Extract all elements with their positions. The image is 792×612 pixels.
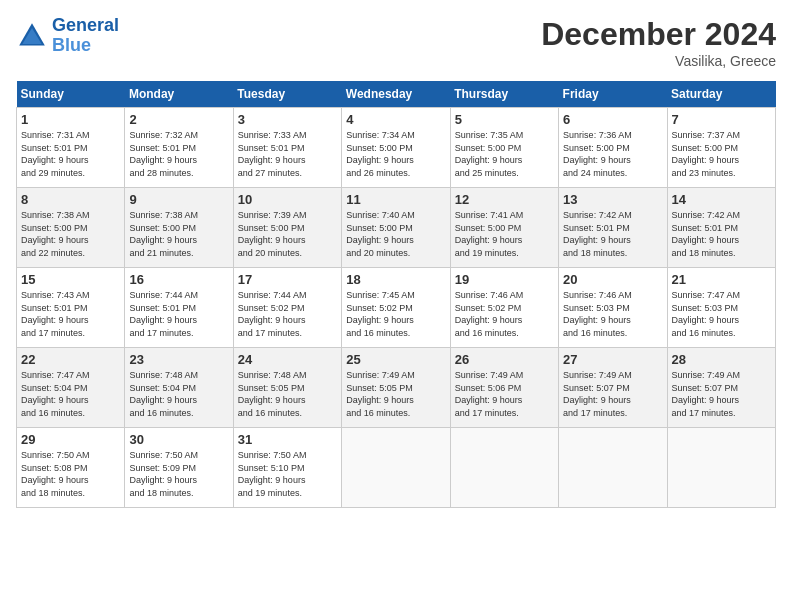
day-info: Sunrise: 7:50 AM Sunset: 5:08 PM Dayligh…: [21, 449, 120, 499]
calendar-cell: 24Sunrise: 7:48 AM Sunset: 5:05 PM Dayli…: [233, 348, 341, 428]
day-info: Sunrise: 7:49 AM Sunset: 5:07 PM Dayligh…: [672, 369, 771, 419]
day-info: Sunrise: 7:36 AM Sunset: 5:00 PM Dayligh…: [563, 129, 662, 179]
calendar-week-row: 8Sunrise: 7:38 AM Sunset: 5:00 PM Daylig…: [17, 188, 776, 268]
day-number: 22: [21, 352, 120, 367]
calendar-cell: 10Sunrise: 7:39 AM Sunset: 5:00 PM Dayli…: [233, 188, 341, 268]
day-info: Sunrise: 7:44 AM Sunset: 5:02 PM Dayligh…: [238, 289, 337, 339]
day-number: 8: [21, 192, 120, 207]
day-number: 14: [672, 192, 771, 207]
day-number: 15: [21, 272, 120, 287]
day-info: Sunrise: 7:33 AM Sunset: 5:01 PM Dayligh…: [238, 129, 337, 179]
page-header: General Blue December 2024 Vasilika, Gre…: [16, 16, 776, 69]
day-info: Sunrise: 7:44 AM Sunset: 5:01 PM Dayligh…: [129, 289, 228, 339]
day-number: 9: [129, 192, 228, 207]
day-number: 17: [238, 272, 337, 287]
day-info: Sunrise: 7:45 AM Sunset: 5:02 PM Dayligh…: [346, 289, 445, 339]
title-block: December 2024 Vasilika, Greece: [541, 16, 776, 69]
day-info: Sunrise: 7:37 AM Sunset: 5:00 PM Dayligh…: [672, 129, 771, 179]
calendar-cell: 21Sunrise: 7:47 AM Sunset: 5:03 PM Dayli…: [667, 268, 775, 348]
day-number: 18: [346, 272, 445, 287]
day-info: Sunrise: 7:46 AM Sunset: 5:03 PM Dayligh…: [563, 289, 662, 339]
calendar-cell: 30Sunrise: 7:50 AM Sunset: 5:09 PM Dayli…: [125, 428, 233, 508]
day-number: 16: [129, 272, 228, 287]
day-number: 24: [238, 352, 337, 367]
calendar-cell: 17Sunrise: 7:44 AM Sunset: 5:02 PM Dayli…: [233, 268, 341, 348]
day-info: Sunrise: 7:39 AM Sunset: 5:00 PM Dayligh…: [238, 209, 337, 259]
day-info: Sunrise: 7:32 AM Sunset: 5:01 PM Dayligh…: [129, 129, 228, 179]
calendar-cell: 11Sunrise: 7:40 AM Sunset: 5:00 PM Dayli…: [342, 188, 450, 268]
calendar-cell: 27Sunrise: 7:49 AM Sunset: 5:07 PM Dayli…: [559, 348, 667, 428]
day-number: 2: [129, 112, 228, 127]
calendar-cell: 16Sunrise: 7:44 AM Sunset: 5:01 PM Dayli…: [125, 268, 233, 348]
calendar-cell: 3Sunrise: 7:33 AM Sunset: 5:01 PM Daylig…: [233, 108, 341, 188]
logo-text: General Blue: [52, 16, 119, 56]
day-number: 29: [21, 432, 120, 447]
day-number: 10: [238, 192, 337, 207]
calendar-cell: 4Sunrise: 7:34 AM Sunset: 5:00 PM Daylig…: [342, 108, 450, 188]
calendar-week-row: 22Sunrise: 7:47 AM Sunset: 5:04 PM Dayli…: [17, 348, 776, 428]
calendar-cell: 8Sunrise: 7:38 AM Sunset: 5:00 PM Daylig…: [17, 188, 125, 268]
day-info: Sunrise: 7:38 AM Sunset: 5:00 PM Dayligh…: [21, 209, 120, 259]
weekday-header: Sunday: [17, 81, 125, 108]
calendar-cell: 6Sunrise: 7:36 AM Sunset: 5:00 PM Daylig…: [559, 108, 667, 188]
calendar-cell: 5Sunrise: 7:35 AM Sunset: 5:00 PM Daylig…: [450, 108, 558, 188]
calendar-cell: 29Sunrise: 7:50 AM Sunset: 5:08 PM Dayli…: [17, 428, 125, 508]
weekday-header: Tuesday: [233, 81, 341, 108]
day-number: 13: [563, 192, 662, 207]
day-number: 11: [346, 192, 445, 207]
calendar-week-row: 29Sunrise: 7:50 AM Sunset: 5:08 PM Dayli…: [17, 428, 776, 508]
calendar-header-row: SundayMondayTuesdayWednesdayThursdayFrid…: [17, 81, 776, 108]
day-number: 4: [346, 112, 445, 127]
day-info: Sunrise: 7:47 AM Sunset: 5:04 PM Dayligh…: [21, 369, 120, 419]
calendar-cell: [342, 428, 450, 508]
day-number: 1: [21, 112, 120, 127]
day-number: 6: [563, 112, 662, 127]
day-info: Sunrise: 7:31 AM Sunset: 5:01 PM Dayligh…: [21, 129, 120, 179]
calendar-cell: 2Sunrise: 7:32 AM Sunset: 5:01 PM Daylig…: [125, 108, 233, 188]
calendar-cell: 23Sunrise: 7:48 AM Sunset: 5:04 PM Dayli…: [125, 348, 233, 428]
day-number: 26: [455, 352, 554, 367]
calendar-cell: 31Sunrise: 7:50 AM Sunset: 5:10 PM Dayli…: [233, 428, 341, 508]
logo: General Blue: [16, 16, 119, 56]
day-info: Sunrise: 7:34 AM Sunset: 5:00 PM Dayligh…: [346, 129, 445, 179]
location-subtitle: Vasilika, Greece: [541, 53, 776, 69]
day-info: Sunrise: 7:49 AM Sunset: 5:05 PM Dayligh…: [346, 369, 445, 419]
calendar-cell: 20Sunrise: 7:46 AM Sunset: 5:03 PM Dayli…: [559, 268, 667, 348]
weekday-header: Monday: [125, 81, 233, 108]
day-number: 3: [238, 112, 337, 127]
day-number: 23: [129, 352, 228, 367]
day-number: 25: [346, 352, 445, 367]
day-info: Sunrise: 7:35 AM Sunset: 5:00 PM Dayligh…: [455, 129, 554, 179]
day-info: Sunrise: 7:40 AM Sunset: 5:00 PM Dayligh…: [346, 209, 445, 259]
day-info: Sunrise: 7:48 AM Sunset: 5:04 PM Dayligh…: [129, 369, 228, 419]
weekday-header: Thursday: [450, 81, 558, 108]
day-info: Sunrise: 7:46 AM Sunset: 5:02 PM Dayligh…: [455, 289, 554, 339]
day-info: Sunrise: 7:48 AM Sunset: 5:05 PM Dayligh…: [238, 369, 337, 419]
calendar-cell: [667, 428, 775, 508]
weekday-header: Wednesday: [342, 81, 450, 108]
calendar-cell: 28Sunrise: 7:49 AM Sunset: 5:07 PM Dayli…: [667, 348, 775, 428]
day-info: Sunrise: 7:42 AM Sunset: 5:01 PM Dayligh…: [672, 209, 771, 259]
day-number: 21: [672, 272, 771, 287]
day-info: Sunrise: 7:49 AM Sunset: 5:07 PM Dayligh…: [563, 369, 662, 419]
calendar-body: 1Sunrise: 7:31 AM Sunset: 5:01 PM Daylig…: [17, 108, 776, 508]
day-info: Sunrise: 7:42 AM Sunset: 5:01 PM Dayligh…: [563, 209, 662, 259]
day-number: 20: [563, 272, 662, 287]
calendar-cell: 19Sunrise: 7:46 AM Sunset: 5:02 PM Dayli…: [450, 268, 558, 348]
day-number: 30: [129, 432, 228, 447]
day-number: 7: [672, 112, 771, 127]
day-info: Sunrise: 7:38 AM Sunset: 5:00 PM Dayligh…: [129, 209, 228, 259]
day-info: Sunrise: 7:49 AM Sunset: 5:06 PM Dayligh…: [455, 369, 554, 419]
calendar-cell: 1Sunrise: 7:31 AM Sunset: 5:01 PM Daylig…: [17, 108, 125, 188]
calendar-week-row: 1Sunrise: 7:31 AM Sunset: 5:01 PM Daylig…: [17, 108, 776, 188]
day-info: Sunrise: 7:50 AM Sunset: 5:09 PM Dayligh…: [129, 449, 228, 499]
day-number: 12: [455, 192, 554, 207]
logo-icon: [16, 20, 48, 52]
calendar-cell: 9Sunrise: 7:38 AM Sunset: 5:00 PM Daylig…: [125, 188, 233, 268]
calendar-cell: 13Sunrise: 7:42 AM Sunset: 5:01 PM Dayli…: [559, 188, 667, 268]
calendar-cell: 12Sunrise: 7:41 AM Sunset: 5:00 PM Dayli…: [450, 188, 558, 268]
month-title: December 2024: [541, 16, 776, 53]
day-number: 19: [455, 272, 554, 287]
weekday-header: Saturday: [667, 81, 775, 108]
calendar-cell: 7Sunrise: 7:37 AM Sunset: 5:00 PM Daylig…: [667, 108, 775, 188]
